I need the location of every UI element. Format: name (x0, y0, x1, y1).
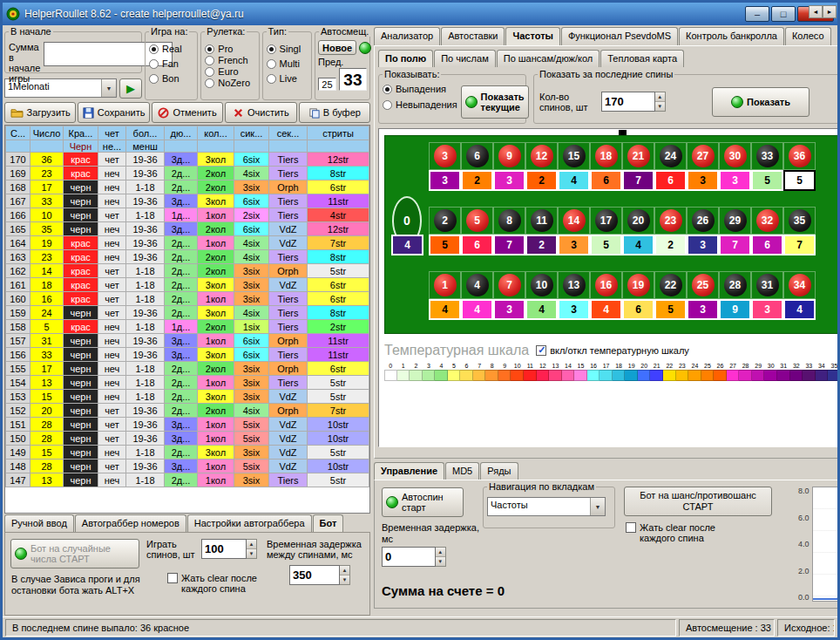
roulette-radio-Pro[interactable]: Pro (205, 44, 254, 54)
field-number-7[interactable]: 7 (493, 271, 525, 299)
field-number-6[interactable]: 6 (461, 142, 493, 170)
titlebar[interactable]: HelperRoullet 8.62 - create helperroulle… (3, 3, 837, 25)
spins-count-input[interactable] (201, 539, 247, 559)
history-row[interactable]: 16118красчет1-182д...3кол3sixVdZ6str (6, 278, 369, 292)
history-row[interactable]: 15633черннеч19-363д...3кол6sixTiers11str (6, 348, 369, 362)
field-number-20[interactable]: 20 (622, 207, 654, 235)
type-radio-Live[interactable]: Live (267, 73, 308, 84)
toolbar-button-Очистить[interactable]: Очистить (225, 102, 296, 123)
field-number-27[interactable]: 27 (687, 142, 719, 170)
history-row[interactable]: 16016красчет1-182д...1кол3sixTiers6str (6, 292, 369, 306)
sub-tab-Тепловая карта[interactable]: Тепловая карта (600, 50, 684, 67)
history-row[interactable]: 14713черннеч1-182д...1кол3sixTiers5str (6, 473, 369, 487)
field-number-10[interactable]: 10 (525, 271, 558, 299)
spinner-up-icon[interactable]: ▲ (340, 566, 349, 575)
history-row[interactable]: 16733черннеч19-363д...3кол6sixTiers11str (6, 194, 369, 208)
tab-navigation-combo[interactable]: Частоты ▼ (487, 497, 606, 516)
field-number-19[interactable]: 19 (622, 271, 654, 299)
field-number-4[interactable]: 4 (461, 271, 493, 299)
field-number-36[interactable]: 36 (783, 142, 816, 170)
roulette-radio-French[interactable]: French (205, 55, 254, 65)
main-tab-Частоты[interactable]: Частоты (505, 27, 559, 45)
toolbar-button-Загрузить[interactable]: Загрузить (4, 102, 76, 123)
field-number-17[interactable]: 17 (590, 207, 622, 235)
field-number-3[interactable]: 3 (429, 142, 461, 170)
field-number-34[interactable]: 34 (783, 271, 816, 299)
history-row[interactable]: 15220чернчет19-362д...2кол4sixOrph7str (6, 404, 369, 418)
field-number-29[interactable]: 29 (719, 207, 751, 235)
history-row[interactable]: 14828чернчет19-363д...1кол5sixVdZ10str (6, 460, 369, 473)
game-radio-Bon[interactable]: Bon (149, 73, 193, 84)
show-radio-Невыпадения[interactable]: Невыпадения (383, 99, 457, 110)
field-number-5[interactable]: 5 (461, 207, 493, 235)
history-row[interactable]: 16419краснеч19-362д...1кол4sixVdZ7str (6, 236, 369, 250)
history-row[interactable]: 15731черннеч19-363д...1кол6sixOrph11str (6, 334, 369, 348)
spinner-down-icon[interactable]: ▼ (340, 575, 349, 584)
history-row[interactable]: 15924чернчет19-362д...3кол4sixTiers8str (6, 306, 369, 320)
last-spins-input[interactable] (601, 92, 655, 112)
spin-delay-input[interactable] (289, 565, 340, 585)
show-current-button[interactable]: Показать текущие (461, 85, 529, 119)
history-row[interactable]: 15128чернчет19-363д...1кол5sixVdZ10str (6, 418, 369, 432)
tab-scroll-left-button[interactable]: ◄ (809, 5, 823, 18)
history-row[interactable]: 15413черннеч1-182д...1кол3sixTiers5str (6, 376, 369, 390)
toolbar-button-Сохранить[interactable]: Сохранить (78, 102, 149, 123)
show-button[interactable]: Показать (712, 87, 810, 117)
field-number-12[interactable]: 12 (525, 142, 558, 170)
field-number-1[interactable]: 1 (429, 271, 461, 299)
history-row[interactable]: 16535черннеч19-363д...2кол6sixVdZ12str (6, 222, 369, 236)
type-radio-Multi[interactable]: Multi (267, 58, 308, 69)
roulette-radio-Euro[interactable]: Euro (205, 66, 254, 77)
toolbar-button-В буфер[interactable]: В буфер (299, 102, 370, 123)
history-row[interactable]: 15028чернчет19-363д...1кол5sixVdZ10str (6, 432, 369, 446)
ctrl-tab-Ряды[interactable]: Ряды (480, 462, 518, 480)
field-number-28[interactable]: 28 (719, 271, 751, 299)
history-row[interactable]: 16323краснеч19-362д...2кол4sixTiers8str (6, 250, 369, 264)
toolbar-button-Отменить[interactable]: Отменить (152, 102, 223, 123)
game-radio-Fan[interactable]: Fan (149, 58, 193, 69)
field-number-32[interactable]: 32 (751, 207, 783, 235)
main-tab-Контроль банкролла[interactable]: Контроль банкролла (679, 27, 784, 45)
field-number-16[interactable]: 16 (590, 271, 622, 299)
field-number-15[interactable]: 15 (558, 142, 590, 170)
game-radio-Real[interactable]: Real (149, 44, 193, 54)
field-number-25[interactable]: 25 (687, 271, 719, 299)
field-number-33[interactable]: 33 (751, 142, 783, 170)
maximize-button[interactable]: □ (771, 6, 796, 22)
field-number-13[interactable]: 13 (558, 271, 590, 299)
history-row[interactable]: 16817черннеч1-182д...2кол3sixOrph6str (6, 180, 369, 194)
field-number-31[interactable]: 31 (751, 271, 783, 299)
field-number-24[interactable]: 24 (654, 142, 687, 170)
type-radio-Singl[interactable]: Singl (267, 44, 308, 54)
spinner-down-icon[interactable]: ▼ (436, 557, 445, 566)
spinner-down-icon[interactable]: ▼ (655, 102, 665, 111)
field-number-8[interactable]: 8 (493, 207, 525, 235)
spinner-down-icon[interactable]: ▼ (247, 549, 256, 558)
field-number-11[interactable]: 11 (525, 207, 558, 235)
spinner-up-icon[interactable]: ▲ (436, 548, 445, 557)
ctrl-tab-Управление[interactable]: Управление (374, 462, 444, 480)
ctrl-tab-MD5[interactable]: MD5 (445, 462, 479, 480)
history-row[interactable]: 16610чернчет1-181д...1кол2sixTiers4str (6, 208, 369, 222)
field-number-30[interactable]: 30 (719, 142, 751, 170)
minimize-button[interactable]: – (745, 6, 769, 22)
field-number-18[interactable]: 18 (590, 142, 622, 170)
sub-tab-По шансам/дюж/кол[interactable]: По шансам/дюж/кол (497, 50, 600, 67)
history-row[interactable]: 16214красчет1-182д...2кол3sixOrph5str (6, 264, 369, 278)
left-tab-Ручной ввод[interactable]: Ручной ввод (4, 514, 74, 532)
history-row[interactable]: 15517черннеч1-182д...2кол3sixOrph6str (6, 362, 369, 376)
spinner-up-icon[interactable]: ▲ (655, 92, 665, 102)
autospin-start-button[interactable]: Автоспин старт (382, 487, 464, 517)
tab-scroll-right-button[interactable]: ► (823, 5, 837, 18)
roulette-radio-NoZero[interactable]: NoZero (205, 78, 254, 88)
left-tab-Бот[interactable]: Бот (313, 514, 344, 532)
left-tab-Автограббер номеров[interactable]: Автограббер номеров (75, 514, 186, 532)
field-number-14[interactable]: 14 (558, 207, 590, 235)
history-row[interactable]: 17036красчет19-363д...3кол6sixTiers12str (6, 153, 369, 167)
new-shift-button[interactable]: Новое (318, 40, 356, 55)
sub-tab-По полю[interactable]: По полю (378, 50, 433, 67)
spinner-up-icon[interactable]: ▲ (247, 540, 256, 549)
main-tab-Колесо[interactable]: Колесо (785, 27, 831, 45)
history-row[interactable]: 15315черннеч1-182д...3кол3sixVdZ5str (6, 390, 369, 404)
sub-tab-По числам[interactable]: По числам (434, 50, 496, 67)
